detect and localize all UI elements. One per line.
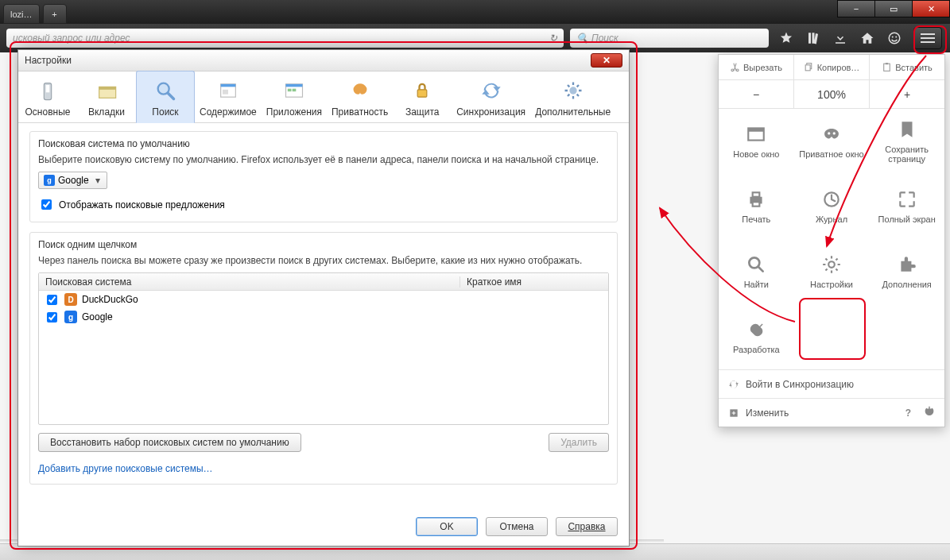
menu-copy-label: Копиров… — [817, 63, 860, 72]
default-engine-value: Google — [58, 175, 89, 186]
svg-point-0 — [889, 33, 900, 44]
svg-rect-32 — [417, 90, 427, 97]
menu-item-новое-окно[interactable]: Новое окно — [719, 109, 794, 174]
svg-rect-31 — [293, 89, 297, 92]
ok-button[interactable]: OK — [416, 517, 478, 536]
oneclick-search-group: Поиск одним щелчком Через панель поиска … — [29, 232, 618, 485]
oneclick-help: Через панель поиска вы можете сразу же п… — [38, 255, 609, 266]
menu-customize-label: Изменить — [746, 407, 789, 419]
cancel-button[interactable]: Отмена — [486, 517, 548, 536]
svg-point-11 — [828, 132, 830, 134]
search-placeholder: Поиск — [591, 33, 618, 44]
menu-item-найти[interactable]: Найти — [719, 239, 794, 304]
menu-item-сохранить-страницу[interactable]: Сохранить страницу — [869, 109, 944, 174]
bookmark-star-icon[interactable] — [778, 30, 794, 46]
svg-rect-27 — [223, 90, 228, 95]
search-icon: 🔍 — [576, 33, 588, 44]
svg-rect-29 — [285, 84, 302, 87]
search-bar[interactable]: 🔍 Поиск — [570, 29, 769, 48]
svg-rect-8 — [886, 63, 888, 64]
google-icon: g — [44, 175, 55, 186]
engine-icon: D — [64, 293, 77, 306]
help-button[interactable]: Справка — [556, 517, 618, 536]
menu-copy[interactable]: Копиров… — [794, 55, 870, 79]
menu-item-журнал[interactable]: Журнал — [794, 174, 870, 239]
menu-cut[interactable]: Вырезать — [719, 55, 794, 79]
download-icon[interactable] — [832, 30, 848, 46]
settings-tab-синхронизация[interactable]: Синхронизация — [452, 71, 530, 122]
menu-cut-label: Вырезать — [743, 63, 782, 72]
address-placeholder: исковый запрос или адрес — [13, 33, 130, 44]
default-search-group: Поисковая система по умолчанию Выберите … — [29, 131, 618, 222]
add-engines-link[interactable]: Добавить другие поисковые системы… — [38, 463, 213, 474]
svg-rect-26 — [221, 84, 236, 87]
svg-rect-14 — [753, 192, 760, 196]
svg-rect-6 — [805, 65, 810, 71]
svg-rect-23 — [99, 87, 116, 90]
dialog-tabstrip: ОсновныеВкладкиПоискСодержимоеПриложения… — [18, 71, 629, 123]
zoom-level: 100% — [794, 80, 870, 108]
browser-tab[interactable]: lozi… — [3, 4, 40, 24]
menu-item-печать[interactable]: Печать — [719, 174, 794, 239]
svg-point-18 — [828, 261, 835, 268]
settings-tab-приватность[interactable]: Приватность — [327, 71, 393, 122]
hamburger-menu-button[interactable] — [913, 27, 942, 49]
menu-item-полный-экран[interactable]: Полный экран — [869, 174, 944, 239]
tab-label: lozi… — [10, 10, 33, 19]
settings-tab-приложения[interactable]: Приложения — [262, 71, 327, 122]
reload-icon[interactable]: ↻ — [549, 33, 557, 44]
address-bar[interactable]: исковый запрос или адрес ↻ — [6, 29, 564, 48]
restore-defaults-button[interactable]: Восстановить набор поисковых систем по у… — [38, 433, 301, 452]
engine-name: DuckDuckGo — [82, 294, 138, 305]
remove-engine-button[interactable]: Удалить — [549, 433, 609, 452]
svg-rect-30 — [288, 89, 292, 92]
dialog-close-button[interactable]: ✕ — [591, 53, 622, 68]
library-icon[interactable] — [805, 30, 821, 46]
zoom-out-button[interactable]: − — [719, 80, 794, 108]
help-icon[interactable]: ? — [905, 407, 911, 419]
menu-customize[interactable]: Изменить — [728, 407, 789, 419]
svg-point-1 — [892, 37, 894, 38]
oneclick-title: Поиск одним щелчком — [38, 239, 609, 250]
menu-item-настройки[interactable]: Настройки — [794, 239, 870, 304]
settings-tab-вкладки[interactable]: Вкладки — [77, 71, 136, 122]
engine-checkbox[interactable] — [47, 312, 57, 322]
engines-table: Поисковая система Краткое имя DDuckDuckG… — [38, 272, 609, 425]
zoom-in-button[interactable]: + — [870, 80, 944, 108]
maximize-button[interactable]: ▭ — [874, 0, 913, 17]
menu-item-приватное-окно[interactable]: Приватное окно — [794, 109, 870, 174]
menu-sync[interactable]: Войти в Синхронизацию — [719, 369, 944, 398]
default-search-title: Поисковая система по умолчанию — [38, 138, 609, 149]
new-tab-button[interactable]: + — [43, 4, 67, 24]
default-search-help: Выберите поисковую систему по умолчанию.… — [38, 154, 609, 165]
dialog-header: Настройки ✕ — [18, 50, 629, 71]
engine-checkbox[interactable] — [47, 295, 57, 305]
chevron-down-icon: ▾ — [92, 175, 103, 186]
menu-paste[interactable]: Вставить — [870, 55, 944, 79]
power-icon[interactable] — [924, 406, 935, 419]
menu-item-разработка[interactable]: Разработка — [719, 304, 794, 369]
engine-row[interactable]: gGoogle — [39, 308, 608, 326]
home-icon[interactable] — [859, 30, 875, 46]
settings-tab-дополнительные[interactable]: Дополнительные — [530, 71, 615, 122]
default-engine-select[interactable]: g Google ▾ — [38, 172, 107, 189]
hamburger-menu-panel: Вырезать Копиров… Вставить − 100% + Ново… — [718, 54, 945, 427]
face-icon[interactable] — [886, 30, 902, 46]
suggestions-label: Отображать поисковые предложения — [59, 199, 225, 210]
svg-point-12 — [833, 132, 836, 134]
engine-row[interactable]: DDuckDuckGo — [39, 291, 608, 308]
suggestions-checkbox[interactable] — [41, 199, 52, 210]
engines-col1: Поисковая система — [39, 276, 460, 288]
engine-icon: g — [64, 311, 77, 323]
svg-point-33 — [569, 87, 576, 94]
settings-tab-защита[interactable]: Защита — [393, 71, 452, 122]
svg-rect-10 — [749, 128, 765, 131]
menu-item-дополнения[interactable]: Дополнения — [869, 239, 944, 304]
settings-tab-основные[interactable]: Основные — [18, 71, 77, 122]
settings-tab-содержимое[interactable]: Содержимое — [195, 71, 262, 122]
minimize-button[interactable]: − — [837, 0, 875, 17]
settings-tab-поиск[interactable]: Поиск — [136, 71, 195, 123]
engine-name: Google — [82, 311, 113, 322]
settings-dialog: Настройки ✕ ОсновныеВкладкиПоискСодержим… — [17, 49, 630, 546]
window-close-button[interactable]: ✕ — [912, 0, 950, 17]
